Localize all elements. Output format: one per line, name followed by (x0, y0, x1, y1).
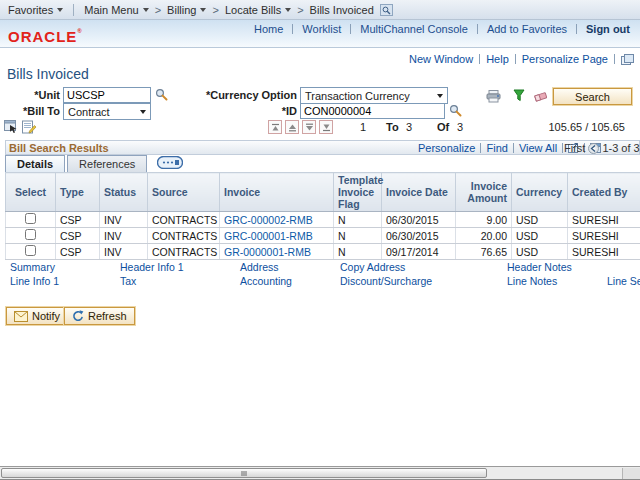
scrollbar-thumb[interactable] (1, 468, 487, 478)
find-link[interactable]: Find (486, 142, 507, 154)
col-type: Type (56, 173, 100, 212)
print-icon[interactable] (486, 90, 502, 103)
line-info-1-link[interactable]: Line Info 1 (10, 275, 59, 287)
divider (576, 24, 577, 34)
breadcrumb-billing[interactable]: Billing (167, 4, 206, 16)
cell-type: CSP (56, 212, 100, 228)
address-link[interactable]: Address (240, 261, 279, 273)
horizontal-scrollbar[interactable] (0, 466, 640, 479)
header-info-1-link[interactable]: Header Info 1 (120, 261, 184, 273)
notify-label: Notify (32, 310, 60, 322)
bill-to-value: Contract (68, 106, 110, 118)
row-select-checkbox[interactable] (25, 229, 36, 240)
chevron-down-icon (140, 110, 146, 117)
notify-button[interactable]: Notify (6, 307, 68, 325)
view-all-link[interactable]: View All (519, 142, 557, 154)
currency-option-value: Transaction Currency (305, 90, 410, 102)
col-source: Source (148, 173, 220, 212)
cell-invoice-date: 06/30/2015 (382, 228, 456, 244)
cell-source: CONTRACTS (148, 212, 220, 228)
personalize-grid-icon[interactable] (22, 120, 37, 134)
cell-invoice-amount: 9.00 (456, 212, 512, 228)
cell-source: CONTRACTS (148, 244, 220, 260)
id-input[interactable] (300, 103, 445, 119)
personalize-link[interactable]: Personalize (418, 142, 475, 154)
cell-created-by: SURESHI (568, 228, 640, 244)
chevron-down-icon (437, 94, 443, 101)
chevron-down-icon (285, 8, 291, 15)
cell-currency: USD (512, 244, 568, 260)
line-search-link[interactable]: Line Search (607, 275, 640, 287)
amount-total: 105.65 (591, 121, 625, 133)
discount-surcharge-link[interactable]: Discount/Surcharge (340, 275, 432, 287)
brand-bar: ORACLE® Home Worklist MultiChannel Conso… (0, 20, 640, 48)
page-title: Bills Invoiced (7, 66, 89, 82)
summary-link[interactable]: Summary (10, 261, 55, 273)
id-lookup-icon[interactable] (449, 104, 462, 117)
cell-template-flag: N (334, 228, 382, 244)
first-label[interactable]: First (564, 142, 585, 154)
copy-address-link[interactable]: Copy Address (340, 261, 405, 273)
breadcrumb: Favorites Main Menu > Billing > Locate B… (0, 0, 640, 20)
table-row: CSP INV CONTRACTS GRC-000001-RMB N 06/30… (6, 228, 640, 244)
row-select-checkbox[interactable] (25, 245, 36, 256)
results-tabs: Details References (5, 155, 183, 172)
scrollbar-corner (622, 468, 640, 479)
invoice-link[interactable]: GRC-000002-RMB (224, 214, 313, 226)
header-notes-link[interactable]: Header Notes (507, 261, 572, 273)
unit-input[interactable] (63, 87, 151, 103)
chevron-down-icon (143, 8, 149, 15)
col-select: Select (6, 173, 56, 212)
pager-end: 3 (406, 121, 412, 133)
tab-references[interactable]: References (67, 155, 147, 172)
breadcrumb-edit-icon[interactable] (380, 4, 393, 16)
cell-template-flag: N (334, 212, 382, 228)
previous-page-icon[interactable] (588, 143, 599, 154)
unit-lookup-icon[interactable] (155, 88, 168, 101)
chevron-down-icon (57, 8, 63, 15)
breadcrumb-separator: > (155, 4, 161, 16)
cell-currency: USD (512, 228, 568, 244)
scroll-to-bottom-icon[interactable] (319, 120, 333, 134)
multichannel-console-link[interactable]: MultiChannel Console (360, 23, 468, 35)
cell-created-by: SURESHI (568, 244, 640, 260)
add-to-favorites-link[interactable]: Add to Favorites (487, 23, 567, 35)
help-link[interactable]: Help (486, 53, 509, 65)
new-window-link[interactable]: New Window (409, 53, 473, 65)
scroll-down-icon[interactable] (302, 120, 316, 134)
line-notes-link[interactable]: Line Notes (507, 275, 557, 287)
currency-option-select[interactable]: Transaction Currency (300, 87, 448, 104)
show-tabs-icon[interactable] (157, 156, 183, 171)
tax-link[interactable]: Tax (120, 275, 136, 287)
table-row: CSP INV CONTRACTS GR-0000001-RMB N 09/17… (6, 244, 640, 260)
bill-to-select[interactable]: Contract (63, 103, 151, 120)
scroll-to-top-icon[interactable] (268, 120, 282, 134)
breadcrumb-favorites[interactable]: Favorites (8, 4, 63, 16)
filter-funnel-icon[interactable] (513, 89, 525, 102)
cell-status: INV (100, 228, 148, 244)
invoice-link[interactable]: GRC-000001-RMB (224, 230, 313, 242)
breadcrumb-item-label: Bills Invoiced (310, 4, 374, 16)
eraser-icon[interactable] (533, 90, 549, 103)
tab-details[interactable]: Details (5, 155, 65, 172)
notify-icon (14, 311, 28, 322)
scroll-up-icon[interactable] (285, 120, 299, 134)
oracle-logo: ORACLE® (8, 28, 83, 45)
worklist-link[interactable]: Worklist (302, 23, 341, 35)
breadcrumb-bills-invoiced[interactable]: Bills Invoiced (310, 4, 374, 16)
row-select-checkbox[interactable] (25, 213, 36, 224)
home-link[interactable]: Home (254, 23, 283, 35)
sign-out-link[interactable]: Sign out (586, 23, 630, 35)
divider (350, 24, 351, 34)
personalize-page-link[interactable]: Personalize Page (522, 53, 608, 65)
breadcrumb-separator: > (212, 4, 218, 16)
breadcrumb-locate-bills[interactable]: Locate Bills (225, 4, 291, 16)
invoice-link[interactable]: GR-0000001-RMB (224, 246, 311, 258)
search-button[interactable]: Search (553, 88, 632, 105)
accounting-link[interactable]: Accounting (240, 275, 292, 287)
copy-url-icon[interactable] (621, 54, 634, 65)
breadcrumb-main-menu[interactable]: Main Menu (84, 4, 148, 16)
refresh-button[interactable]: Refresh (64, 307, 135, 325)
zoom-grid-icon[interactable] (4, 120, 18, 134)
table-row: CSP INV CONTRACTS GRC-000002-RMB N 06/30… (6, 212, 640, 228)
